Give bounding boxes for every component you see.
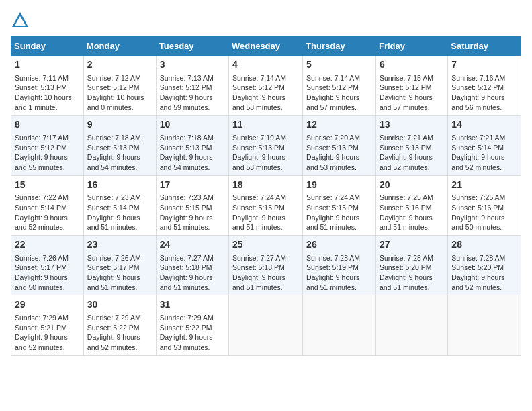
calendar-cell: [229, 295, 303, 355]
calendar-week-row: 29Sunrise: 7:29 AM Sunset: 5:21 PM Dayli…: [11, 295, 521, 355]
calendar-cell: 4Sunrise: 7:14 AM Sunset: 5:12 PM Daylig…: [229, 56, 303, 116]
calendar-cell: 15Sunrise: 7:22 AM Sunset: 5:14 PM Dayli…: [11, 175, 84, 235]
day-number: 16: [87, 179, 152, 192]
calendar-cell: 2Sunrise: 7:12 AM Sunset: 5:12 PM Daylig…: [83, 56, 156, 116]
day-info: Sunrise: 7:19 AM Sunset: 5:13 PM Dayligh…: [232, 133, 299, 173]
weekday-header-monday: Monday: [83, 37, 156, 56]
calendar-week-row: 1Sunrise: 7:11 AM Sunset: 5:13 PM Daylig…: [11, 56, 521, 116]
calendar-cell: 10Sunrise: 7:18 AM Sunset: 5:13 PM Dayli…: [156, 116, 228, 175]
day-info: Sunrise: 7:28 AM Sunset: 5:20 PM Dayligh…: [451, 253, 517, 293]
day-info: Sunrise: 7:18 AM Sunset: 5:13 PM Dayligh…: [160, 133, 225, 173]
calendar-cell: 27Sunrise: 7:28 AM Sunset: 5:20 PM Dayli…: [375, 236, 447, 295]
day-number: 21: [451, 179, 517, 192]
day-number: 29: [15, 298, 80, 312]
day-number: 24: [160, 238, 225, 252]
calendar-cell: [448, 295, 521, 355]
day-number: 10: [160, 118, 225, 132]
calendar-cell: 14Sunrise: 7:21 AM Sunset: 5:14 PM Dayli…: [448, 116, 521, 175]
day-info: Sunrise: 7:21 AM Sunset: 5:14 PM Dayligh…: [451, 133, 517, 173]
day-info: Sunrise: 7:14 AM Sunset: 5:12 PM Dayligh…: [232, 73, 299, 113]
calendar-cell: [303, 295, 376, 355]
day-number: 2: [87, 58, 152, 72]
day-number: 27: [380, 238, 444, 252]
calendar-cell: 5Sunrise: 7:14 AM Sunset: 5:12 PM Daylig…: [303, 56, 376, 116]
weekday-header-thursday: Thursday: [303, 37, 376, 56]
day-info: Sunrise: 7:25 AM Sunset: 5:16 PM Dayligh…: [451, 193, 517, 232]
day-number: 4: [232, 58, 299, 72]
calendar-header-row: SundayMondayTuesdayWednesdayThursdayFrid…: [11, 37, 521, 56]
calendar-week-row: 22Sunrise: 7:26 AM Sunset: 5:17 PM Dayli…: [11, 236, 521, 295]
day-info: Sunrise: 7:27 AM Sunset: 5:18 PM Dayligh…: [232, 253, 299, 293]
calendar-cell: 1Sunrise: 7:11 AM Sunset: 5:13 PM Daylig…: [11, 56, 84, 116]
calendar-cell: 28Sunrise: 7:28 AM Sunset: 5:20 PM Dayli…: [448, 236, 521, 295]
day-info: Sunrise: 7:22 AM Sunset: 5:14 PM Dayligh…: [15, 193, 80, 232]
day-info: Sunrise: 7:24 AM Sunset: 5:15 PM Dayligh…: [306, 193, 372, 232]
day-info: Sunrise: 7:28 AM Sunset: 5:19 PM Dayligh…: [306, 253, 372, 293]
page-header: [11, 11, 521, 30]
day-info: Sunrise: 7:16 AM Sunset: 5:12 PM Dayligh…: [451, 73, 517, 113]
calendar-cell: 6Sunrise: 7:15 AM Sunset: 5:12 PM Daylig…: [375, 56, 447, 116]
calendar-cell: 11Sunrise: 7:19 AM Sunset: 5:13 PM Dayli…: [229, 116, 303, 175]
day-number: 13: [380, 118, 444, 132]
calendar-cell: 26Sunrise: 7:28 AM Sunset: 5:19 PM Dayli…: [303, 236, 376, 295]
calendar-cell: 24Sunrise: 7:27 AM Sunset: 5:18 PM Dayli…: [156, 236, 228, 295]
calendar-cell: 29Sunrise: 7:29 AM Sunset: 5:21 PM Dayli…: [11, 295, 84, 355]
day-info: Sunrise: 7:24 AM Sunset: 5:15 PM Dayligh…: [232, 193, 299, 232]
logo: [11, 11, 32, 30]
day-info: Sunrise: 7:12 AM Sunset: 5:12 PM Dayligh…: [87, 73, 152, 113]
day-info: Sunrise: 7:15 AM Sunset: 5:12 PM Dayligh…: [380, 73, 444, 113]
weekday-header-friday: Friday: [375, 37, 447, 56]
day-number: 1: [15, 58, 80, 72]
day-number: 8: [15, 118, 80, 132]
calendar-cell: 9Sunrise: 7:18 AM Sunset: 5:13 PM Daylig…: [83, 116, 156, 175]
day-info: Sunrise: 7:11 AM Sunset: 5:13 PM Dayligh…: [15, 73, 80, 113]
day-info: Sunrise: 7:23 AM Sunset: 5:14 PM Dayligh…: [87, 193, 152, 232]
day-number: 15: [15, 179, 80, 192]
day-number: 9: [87, 118, 152, 132]
day-number: 17: [160, 179, 225, 192]
day-info: Sunrise: 7:27 AM Sunset: 5:18 PM Dayligh…: [160, 253, 225, 293]
calendar-cell: 17Sunrise: 7:23 AM Sunset: 5:15 PM Dayli…: [156, 175, 228, 235]
day-info: Sunrise: 7:29 AM Sunset: 5:22 PM Dayligh…: [87, 313, 152, 353]
day-info: Sunrise: 7:13 AM Sunset: 5:12 PM Dayligh…: [160, 73, 225, 113]
calendar-cell: 23Sunrise: 7:26 AM Sunset: 5:17 PM Dayli…: [83, 236, 156, 295]
day-info: Sunrise: 7:28 AM Sunset: 5:20 PM Dayligh…: [380, 253, 444, 293]
calendar-cell: 12Sunrise: 7:20 AM Sunset: 5:13 PM Dayli…: [303, 116, 376, 175]
day-number: 22: [15, 238, 80, 252]
weekday-header-sunday: Sunday: [11, 37, 84, 56]
calendar-week-row: 8Sunrise: 7:17 AM Sunset: 5:12 PM Daylig…: [11, 116, 521, 175]
day-number: 11: [232, 118, 299, 132]
day-number: 3: [160, 58, 225, 72]
day-number: 18: [232, 179, 299, 192]
weekday-header-tuesday: Tuesday: [156, 37, 228, 56]
calendar-table: SundayMondayTuesdayWednesdayThursdayFrid…: [11, 36, 521, 356]
day-info: Sunrise: 7:20 AM Sunset: 5:13 PM Dayligh…: [306, 133, 372, 173]
calendar-cell: 22Sunrise: 7:26 AM Sunset: 5:17 PM Dayli…: [11, 236, 84, 295]
logo-icon: [11, 11, 30, 30]
calendar-cell: 31Sunrise: 7:29 AM Sunset: 5:22 PM Dayli…: [156, 295, 228, 355]
day-number: 23: [87, 238, 152, 252]
day-info: Sunrise: 7:18 AM Sunset: 5:13 PM Dayligh…: [87, 133, 152, 173]
day-info: Sunrise: 7:26 AM Sunset: 5:17 PM Dayligh…: [15, 253, 80, 293]
day-number: 20: [380, 179, 444, 192]
day-info: Sunrise: 7:17 AM Sunset: 5:12 PM Dayligh…: [15, 133, 80, 173]
calendar-cell: 16Sunrise: 7:23 AM Sunset: 5:14 PM Dayli…: [83, 175, 156, 235]
day-info: Sunrise: 7:21 AM Sunset: 5:13 PM Dayligh…: [380, 133, 444, 173]
calendar-cell: 19Sunrise: 7:24 AM Sunset: 5:15 PM Dayli…: [303, 175, 376, 235]
calendar-cell: 18Sunrise: 7:24 AM Sunset: 5:15 PM Dayli…: [229, 175, 303, 235]
day-info: Sunrise: 7:23 AM Sunset: 5:15 PM Dayligh…: [160, 193, 225, 232]
day-number: 12: [306, 118, 372, 132]
calendar-cell: 25Sunrise: 7:27 AM Sunset: 5:18 PM Dayli…: [229, 236, 303, 295]
day-number: 25: [232, 238, 299, 252]
calendar-week-row: 15Sunrise: 7:22 AM Sunset: 5:14 PM Dayli…: [11, 175, 521, 235]
day-info: Sunrise: 7:29 AM Sunset: 5:22 PM Dayligh…: [160, 313, 225, 353]
day-number: 19: [306, 179, 372, 192]
weekday-header-saturday: Saturday: [448, 37, 521, 56]
calendar-cell: 8Sunrise: 7:17 AM Sunset: 5:12 PM Daylig…: [11, 116, 84, 175]
calendar-cell: 7Sunrise: 7:16 AM Sunset: 5:12 PM Daylig…: [448, 56, 521, 116]
day-number: 6: [380, 58, 444, 72]
calendar-cell: 13Sunrise: 7:21 AM Sunset: 5:13 PM Dayli…: [375, 116, 447, 175]
calendar-cell: 30Sunrise: 7:29 AM Sunset: 5:22 PM Dayli…: [83, 295, 156, 355]
day-number: 7: [451, 58, 517, 72]
day-info: Sunrise: 7:14 AM Sunset: 5:12 PM Dayligh…: [306, 73, 372, 113]
